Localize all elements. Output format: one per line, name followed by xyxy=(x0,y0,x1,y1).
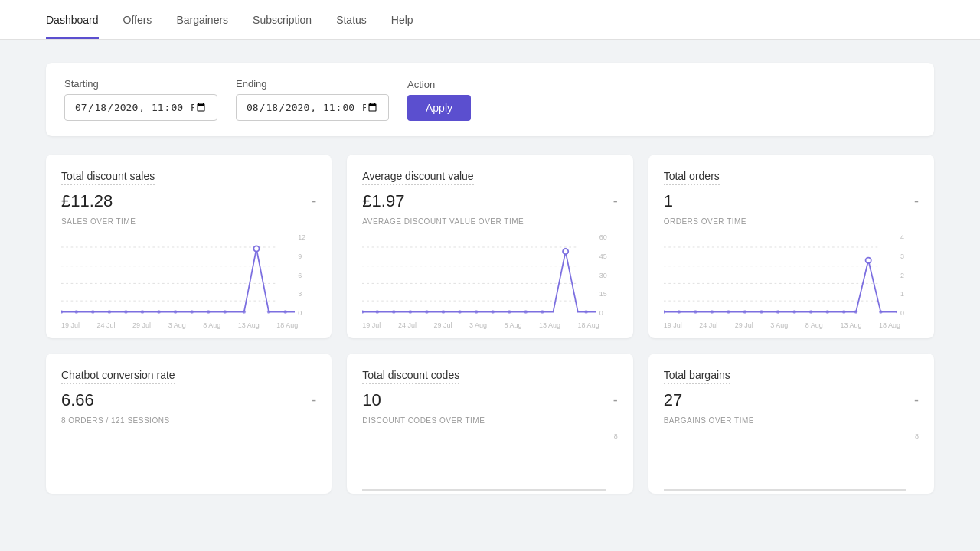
y-label: 3 xyxy=(900,253,919,260)
apply-button[interactable]: Apply xyxy=(407,95,471,121)
card-minus[interactable]: - xyxy=(914,393,919,409)
svg-point-55 xyxy=(879,310,882,313)
card-value: 10 xyxy=(362,390,381,410)
card-subtitle: ORDERS OVER TIME xyxy=(664,217,919,226)
card-total-orders: Total orders 1 - ORDERS OVER TIME 43210 … xyxy=(648,155,934,338)
card-title: Total discount codes xyxy=(362,369,459,384)
x-label: 29 Jul xyxy=(132,321,151,329)
card-title: Chatbot conversion rate xyxy=(61,369,175,384)
svg-point-4 xyxy=(61,310,63,313)
tab-help[interactable]: Help xyxy=(391,0,413,39)
svg-point-33 xyxy=(524,310,528,313)
svg-point-37 xyxy=(563,249,568,254)
y-label: 15 xyxy=(599,290,618,298)
x-label: 8 Aug xyxy=(203,321,220,329)
card-value-row: 27 - xyxy=(664,390,919,410)
x-label: 24 Jul xyxy=(699,321,717,329)
starting-input[interactable] xyxy=(64,94,217,121)
x-label: 8 Aug xyxy=(805,321,823,329)
starting-filter-group: Starting xyxy=(64,78,217,121)
card-title: Total bargains xyxy=(664,369,730,384)
x-label: 8 Aug xyxy=(505,321,522,329)
card-value: 27 xyxy=(664,390,682,410)
svg-point-48 xyxy=(760,310,763,313)
card-value-row: 10 - xyxy=(362,390,617,410)
card-value-row: £1.97 - xyxy=(362,191,617,211)
svg-point-57 xyxy=(865,258,871,263)
svg-point-15 xyxy=(243,310,246,313)
ending-filter-group: Ending xyxy=(236,78,389,121)
action-filter-group: Action Apply xyxy=(407,79,471,121)
svg-point-52 xyxy=(825,310,828,313)
y-label: 3 xyxy=(298,290,316,298)
card-title: Total discount sales xyxy=(61,170,155,185)
x-label: 13 Aug xyxy=(238,321,260,329)
y-top-label: 8 xyxy=(915,432,919,440)
svg-point-14 xyxy=(223,310,226,313)
svg-point-8 xyxy=(124,310,127,313)
y-label: 12 xyxy=(298,233,316,241)
card-value: £11.28 xyxy=(61,191,113,211)
filter-card: Starting Ending Action Apply xyxy=(46,63,934,136)
svg-point-42 xyxy=(664,310,665,313)
svg-point-23 xyxy=(362,310,364,313)
svg-point-9 xyxy=(141,310,144,313)
tab-bargainers[interactable]: Bargainers xyxy=(176,0,228,39)
svg-point-56 xyxy=(896,310,897,313)
tab-dashboard[interactable]: Dashboard xyxy=(46,0,99,39)
svg-point-7 xyxy=(108,310,111,313)
tab-offers[interactable]: Offers xyxy=(123,0,152,39)
svg-point-46 xyxy=(727,310,730,313)
svg-point-12 xyxy=(190,310,193,313)
svg-point-18 xyxy=(253,246,259,251)
card-total-discount-sales: Total discount sales £11.28 - SALES OVER… xyxy=(46,155,332,338)
svg-point-51 xyxy=(809,310,812,313)
x-label: 24 Jul xyxy=(97,321,116,329)
action-label: Action xyxy=(407,79,471,90)
svg-point-28 xyxy=(442,310,445,313)
chart-wrapper: 129630 19 Jul24 Jul29 Jul3 Aug8 Aug13 Au… xyxy=(61,233,316,329)
svg-point-5 xyxy=(75,310,78,313)
tab-subscription[interactable]: Subscription xyxy=(253,0,312,39)
y-label: 1 xyxy=(900,290,919,298)
svg-point-36 xyxy=(585,310,588,313)
svg-point-49 xyxy=(776,310,779,313)
x-axis: 19 Jul24 Jul29 Jul3 Aug8 Aug13 Aug18 Aug xyxy=(362,321,617,329)
card-minus[interactable]: - xyxy=(613,194,618,210)
card-minus[interactable]: - xyxy=(914,194,919,210)
card-minus[interactable]: - xyxy=(312,194,316,210)
x-label: 18 Aug xyxy=(276,321,298,329)
svg-point-17 xyxy=(283,310,286,313)
x-label: 29 Jul xyxy=(433,321,452,329)
y-label: 0 xyxy=(599,309,618,317)
y-label: 30 xyxy=(599,272,618,279)
x-label: 29 Jul xyxy=(735,321,753,329)
tab-status[interactable]: Status xyxy=(336,0,367,39)
y-label: 4 xyxy=(900,233,919,241)
svg-point-24 xyxy=(376,310,379,313)
card-value: £1.97 xyxy=(362,191,404,211)
card-subtitle: DISCOUNT CODES OVER TIME xyxy=(362,416,617,425)
main-content: Starting Ending Action Apply Total disco… xyxy=(0,40,980,517)
svg-point-6 xyxy=(91,310,94,313)
chart-area xyxy=(362,233,617,320)
card-minus[interactable]: - xyxy=(312,393,316,409)
y-axis: 43210 xyxy=(900,233,919,329)
svg-point-31 xyxy=(492,310,495,313)
svg-point-53 xyxy=(842,310,845,313)
card-minus[interactable]: - xyxy=(613,393,618,409)
y-label: 6 xyxy=(298,272,316,279)
y-axis: 129630 xyxy=(298,233,316,329)
svg-point-34 xyxy=(541,310,544,313)
card-average-discount-value: Average discount value £1.97 - AVERAGE D… xyxy=(347,155,632,338)
svg-point-43 xyxy=(677,310,680,313)
y-label: 0 xyxy=(900,309,919,317)
x-label: 3 Aug xyxy=(168,321,186,329)
starting-label: Starting xyxy=(64,78,217,90)
svg-point-45 xyxy=(710,310,713,313)
y-label: 9 xyxy=(298,253,316,260)
x-axis: 19 Jul24 Jul29 Jul3 Aug8 Aug13 Aug18 Aug xyxy=(61,321,316,329)
ending-input[interactable] xyxy=(236,94,389,121)
baseline xyxy=(362,489,605,491)
svg-point-44 xyxy=(694,310,697,313)
